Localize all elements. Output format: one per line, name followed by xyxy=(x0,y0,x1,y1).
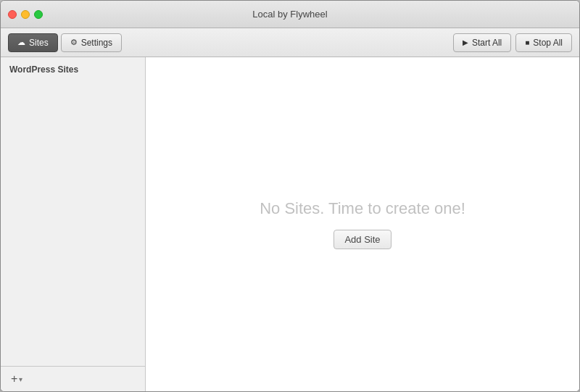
title-bar: Local by Flywheel xyxy=(1,1,579,28)
tab-settings[interactable]: ⚙ Settings xyxy=(61,33,122,52)
app-window: Local by Flywheel ☁ Sites ⚙ Settings ▶ S… xyxy=(0,0,580,392)
gear-icon: ⚙ xyxy=(70,38,78,47)
cloud-icon: ☁ xyxy=(17,38,25,47)
tab-sites-label: Sites xyxy=(29,38,49,48)
sidebar-footer: + ▾ xyxy=(1,366,145,391)
stop-all-button[interactable]: ■ Stop All xyxy=(515,33,572,52)
empty-state-message: No Sites. Time to create one! xyxy=(260,199,465,218)
window-title: Local by Flywheel xyxy=(252,9,327,20)
toolbar-actions: ▶ Start All ■ Stop All xyxy=(453,33,572,52)
start-all-button[interactable]: ▶ Start All xyxy=(453,33,511,52)
sidebar-section-label: WordPress Sites xyxy=(1,57,145,79)
play-icon: ▶ xyxy=(463,38,468,46)
empty-state: No Sites. Time to create one! Add Site xyxy=(260,199,465,249)
sidebar: WordPress Sites + ▾ xyxy=(1,57,146,391)
start-all-label: Start All xyxy=(472,38,502,48)
tab-settings-label: Settings xyxy=(81,38,112,48)
add-site-button[interactable]: Add Site xyxy=(334,230,391,249)
minimize-button[interactable] xyxy=(21,10,30,19)
maximize-button[interactable] xyxy=(34,10,43,19)
toolbar: ☁ Sites ⚙ Settings ▶ Start All ■ Stop Al… xyxy=(1,28,579,57)
sidebar-content xyxy=(1,79,145,366)
add-icon: + xyxy=(11,372,17,385)
stop-icon: ■ xyxy=(525,38,529,46)
content-area: No Sites. Time to create one! Add Site xyxy=(146,57,579,391)
stop-all-label: Stop All xyxy=(533,38,563,48)
chevron-down-icon: ▾ xyxy=(19,375,22,383)
main-content: WordPress Sites + ▾ No Sites. Time to cr… xyxy=(1,57,579,391)
tab-sites[interactable]: ☁ Sites xyxy=(8,33,58,52)
add-site-footer-button[interactable]: + ▾ xyxy=(8,371,25,387)
toolbar-tabs: ☁ Sites ⚙ Settings xyxy=(8,33,122,52)
traffic-lights xyxy=(8,10,43,19)
close-button[interactable] xyxy=(8,10,17,19)
